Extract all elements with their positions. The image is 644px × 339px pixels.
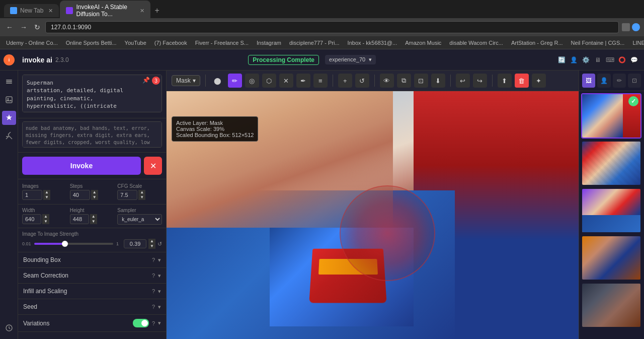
section-infill-scaling-header[interactable]: Infill and Scaling ? ▾ [18,284,166,299]
tab-new-tab[interactable]: New Tab ✕ [4,4,59,17]
profile-icon[interactable] [632,23,640,31]
upload-button[interactable]: ⬆ [498,74,512,88]
bookmark-inbox[interactable]: Inbox - kk56831@... [346,39,399,47]
forward-button[interactable]: → [18,22,29,32]
steps-stepper[interactable]: ▲ ▼ [91,190,98,200]
cancel-button[interactable]: ✕ [144,157,162,175]
settings-icon[interactable]: ⚙️ [581,55,591,65]
images-up[interactable]: ▲ [43,190,50,195]
cfg-down[interactable]: ▼ [138,195,145,200]
bookmark-neil[interactable]: Neil Fontaine | CGS... [569,39,627,47]
clear-button[interactable]: ✕ [279,74,293,88]
address-bar[interactable] [45,21,619,33]
thumbnail-1[interactable]: ✓ [581,93,641,139]
back-button[interactable]: ← [4,22,15,32]
bookmark-amazon[interactable]: Amazon Music [403,39,443,47]
seed-chevron[interactable]: ▾ [158,304,161,310]
seam-correction-chevron[interactable]: ▾ [158,273,161,279]
cfg-stepper[interactable]: ▲ ▼ [138,190,145,200]
strength-down[interactable]: ▼ [148,244,155,249]
invoke-button[interactable]: Invoke [22,157,141,175]
reload-button[interactable]: ↻ [32,22,42,32]
strength-up[interactable]: ▲ [148,239,155,244]
sidebar-icon-generate[interactable] [2,111,16,125]
variations-help-icon[interactable]: ? [152,320,155,326]
strength-value-input[interactable] [124,239,146,248]
images-stepper[interactable]: ▲ ▼ [43,190,50,200]
bookmark-wacom[interactable]: disable Wacom Circ... [447,39,505,47]
people-icon[interactable]: 👤 [569,55,579,65]
seed-help-icon[interactable]: ? [152,304,155,310]
negative-prompt-input[interactable]: nude bad anatomy, bad hands, text, error… [22,121,162,148]
bookmark-instagram[interactable]: Instagram [255,39,283,47]
height-down[interactable]: ▼ [90,219,97,224]
sidebar-icon-tools[interactable] [2,321,16,335]
infill-scaling-help-icon[interactable]: ? [152,288,155,294]
bookmark-webtoon[interactable]: LINE WEBTOON - G... [630,39,644,47]
cfg-input[interactable] [117,190,137,200]
steps-input[interactable] [70,190,90,200]
sampler-select[interactable]: k_euler_a k_euler k_dpm_2 [117,214,162,225]
bookmark-artstation[interactable]: ArtStation - Greg R... [509,39,565,47]
bookmark-disc[interactable]: disciplene777 - Pri... [287,39,342,47]
section-seed-header[interactable]: Seed ? ▾ [18,299,166,314]
bookmark-udemy[interactable]: Udemy - Online Co... [4,39,60,47]
images-down[interactable]: ▼ [43,195,50,200]
select-tool-button[interactable]: ⬤ [211,74,225,88]
refresh-icon[interactable]: 🔄 [556,55,567,65]
sidebar-icon-layers[interactable] [2,75,16,89]
download-button[interactable]: ⬇ [431,74,445,88]
thumbnail-3[interactable] [581,188,641,233]
sidebar-icon-upscale[interactable] [2,129,16,143]
eraser-tool-button[interactable]: ◎ [245,74,259,88]
redo-button[interactable]: ↪ [473,74,487,88]
steps-up[interactable]: ▲ [91,190,98,195]
undo-button[interactable]: ↩ [456,74,470,88]
width-input[interactable] [22,214,41,224]
bounding-box-chevron[interactable]: ▾ [158,257,161,263]
steps-down[interactable]: ▼ [91,195,98,200]
height-stepper[interactable]: ▲ ▼ [90,214,97,224]
cfg-up[interactable]: ▲ [138,190,145,195]
height-input[interactable] [70,214,89,224]
bucket-tool-button[interactable]: ⬡ [262,74,276,88]
tab-close-1[interactable]: ✕ [48,8,53,14]
rotate-button[interactable]: ↺ [355,74,369,88]
bounding-box-help-icon[interactable]: ? [152,257,155,263]
extensions-icon[interactable] [622,23,630,31]
bookmark-youtube[interactable]: YouTube [123,39,148,47]
add-button[interactable]: + [338,74,352,88]
thumbnail-4[interactable] [581,235,641,281]
strength-reset-icon[interactable]: ↺ [157,241,162,247]
bookmark-fiverr[interactable]: Fiverr - Freelance S... [193,39,251,47]
width-down[interactable]: ▼ [42,219,49,224]
canvas-wrapper[interactable]: Active Layer: Mask Canvas Scale: 39% Sca… [167,91,579,339]
tab-invoke[interactable]: InvokeAI - A Stable Diffusion To... ✕ [60,1,150,21]
delete-button[interactable]: 🗑 [515,74,529,88]
edit-button[interactable]: ✏ [613,74,626,88]
right-settings-button[interactable]: ⊡ [628,74,641,88]
magic-button[interactable]: ✦ [532,74,546,88]
pen-tool-button[interactable]: ✒ [296,74,310,88]
seam-correction-help-icon[interactable]: ? [152,273,155,279]
sidebar-icon-image[interactable] [2,93,16,107]
user-dropdown-icon[interactable]: ▾ [369,56,372,62]
paste-button[interactable]: ⊡ [414,74,428,88]
user-view-button[interactable]: 👤 [597,74,610,88]
section-bounding-box-header[interactable]: Bounding Box ? ▾ [18,252,166,267]
discord-icon[interactable]: 💬 [629,55,639,65]
gallery-view-button[interactable]: 🖼 [582,74,595,88]
section-variations-header[interactable]: Variations ? ▾ [18,315,166,331]
eye-button[interactable]: 👁 [380,74,394,88]
thumbnail-5[interactable] [581,283,641,328]
brush-tool-button[interactable]: ✏ [228,74,242,88]
github-icon[interactable]: ⭕ [617,55,627,65]
variations-toggle[interactable] [133,319,149,327]
width-up[interactable]: ▲ [42,214,49,219]
mask-dropdown[interactable]: Mask ▾ [172,75,200,86]
pin-button[interactable]: 📌 [142,77,150,84]
bookmark-sports[interactable]: Online Sports Betti... [64,39,119,47]
strength-slider[interactable] [34,243,114,245]
images-input[interactable] [22,190,42,200]
infill-scaling-chevron[interactable]: ▾ [158,288,161,295]
